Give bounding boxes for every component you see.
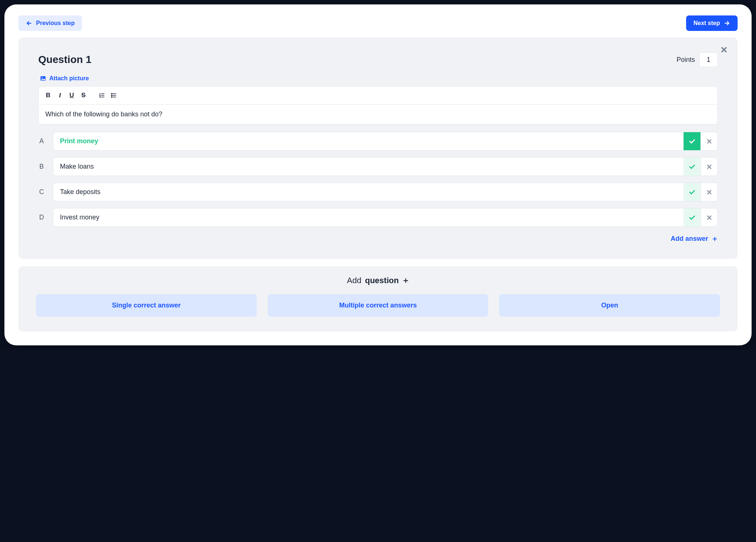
close-icon	[706, 138, 713, 145]
unordered-list-button[interactable]	[109, 90, 119, 101]
mark-correct-button[interactable]	[684, 132, 700, 150]
answer-actions	[684, 158, 717, 176]
previous-step-button[interactable]: Previous step	[18, 15, 82, 31]
next-step-label: Next step	[693, 20, 720, 27]
add-answer-row: Add answer	[38, 235, 718, 243]
single-correct-button[interactable]: Single correct answer	[36, 294, 257, 317]
add-answer-label: Add answer	[671, 235, 708, 243]
delete-answer-button[interactable]	[700, 132, 717, 150]
question-editor: B I U S Which of the following do banks …	[38, 86, 718, 124]
close-panel-button[interactable]	[720, 46, 728, 55]
plus-icon	[712, 236, 718, 242]
plus-icon	[402, 277, 409, 284]
close-icon	[720, 46, 728, 54]
points-group: Points	[677, 52, 718, 67]
underline-button[interactable]: U	[67, 90, 77, 101]
answer-box: Invest money	[53, 208, 718, 227]
attach-picture-label: Attach picture	[49, 75, 89, 82]
answer-text-input[interactable]: Print money	[53, 132, 684, 150]
question-type-row: Single correct answer Multiple correct a…	[36, 294, 720, 317]
svg-point-3	[111, 95, 112, 96]
answers-list: APrint moneyBMake loansCTake depositsDIn…	[38, 132, 718, 227]
question-title: Question 1	[38, 54, 92, 66]
answer-letter: D	[38, 214, 45, 221]
answer-actions	[684, 132, 717, 150]
mark-correct-button[interactable]	[684, 208, 700, 226]
answer-text-input[interactable]: Make loans	[53, 158, 684, 176]
attach-picture-button[interactable]: Attach picture	[40, 75, 89, 82]
add-question-header[interactable]: Add question	[36, 276, 720, 285]
add-answer-button[interactable]: Add answer	[671, 235, 718, 243]
close-icon	[706, 163, 713, 170]
answer-text-input[interactable]: Invest money	[53, 208, 684, 226]
points-label: Points	[677, 56, 695, 64]
answer-actions	[684, 183, 717, 201]
answer-actions	[684, 208, 717, 226]
add-question-bold: question	[365, 276, 399, 285]
answer-row: APrint money	[38, 132, 718, 151]
add-question-panel: Add question Single correct answer Multi…	[18, 266, 738, 331]
answer-box: Make loans	[53, 157, 718, 176]
close-icon	[706, 214, 713, 221]
arrow-right-icon	[724, 20, 730, 27]
answer-row: BMake loans	[38, 157, 718, 176]
unordered-list-icon	[110, 92, 117, 99]
answer-letter: C	[38, 188, 45, 196]
question-text-input[interactable]: Which of the following do banks not do?	[39, 105, 717, 124]
check-icon	[688, 214, 696, 221]
bold-button[interactable]: B	[43, 90, 53, 101]
mark-correct-button[interactable]	[684, 183, 700, 201]
answer-letter: A	[38, 137, 45, 145]
answer-letter: B	[38, 163, 45, 170]
svg-point-4	[111, 96, 112, 97]
open-question-button[interactable]: Open	[499, 294, 720, 317]
delete-answer-button[interactable]	[700, 158, 717, 176]
next-step-button[interactable]: Next step	[686, 15, 738, 31]
answer-row: CTake deposits	[38, 183, 718, 201]
question-header: Question 1 Points	[38, 52, 718, 67]
delete-answer-button[interactable]	[700, 208, 717, 226]
answer-box: Take deposits	[53, 183, 718, 201]
svg-point-2	[111, 93, 112, 94]
close-icon	[706, 189, 713, 196]
mark-correct-button[interactable]	[684, 158, 700, 176]
answer-row: DInvest money	[38, 208, 718, 227]
check-icon	[688, 138, 696, 145]
answer-text-input[interactable]: Take deposits	[53, 183, 684, 201]
question-panel: Question 1 Points Attach picture B I U S	[18, 38, 738, 259]
editor-toolbar: B I U S	[39, 87, 717, 105]
ordered-list-icon	[99, 92, 105, 99]
check-icon	[688, 163, 696, 170]
italic-button[interactable]: I	[55, 90, 65, 101]
app-window: Previous step Next step Question 1 Point…	[4, 4, 752, 345]
multiple-correct-button[interactable]: Multiple correct answers	[268, 294, 489, 317]
svg-point-1	[42, 77, 43, 78]
delete-answer-button[interactable]	[700, 183, 717, 201]
arrow-left-icon	[26, 20, 32, 27]
ordered-list-button[interactable]	[97, 90, 107, 101]
topbar: Previous step Next step	[18, 15, 738, 31]
points-input[interactable]	[699, 52, 718, 67]
image-icon	[40, 75, 46, 82]
check-icon	[688, 189, 696, 196]
previous-step-label: Previous step	[36, 20, 75, 27]
strike-button[interactable]: S	[78, 90, 89, 101]
answer-box: Print money	[53, 132, 718, 151]
add-question-prefix: Add	[347, 276, 361, 285]
